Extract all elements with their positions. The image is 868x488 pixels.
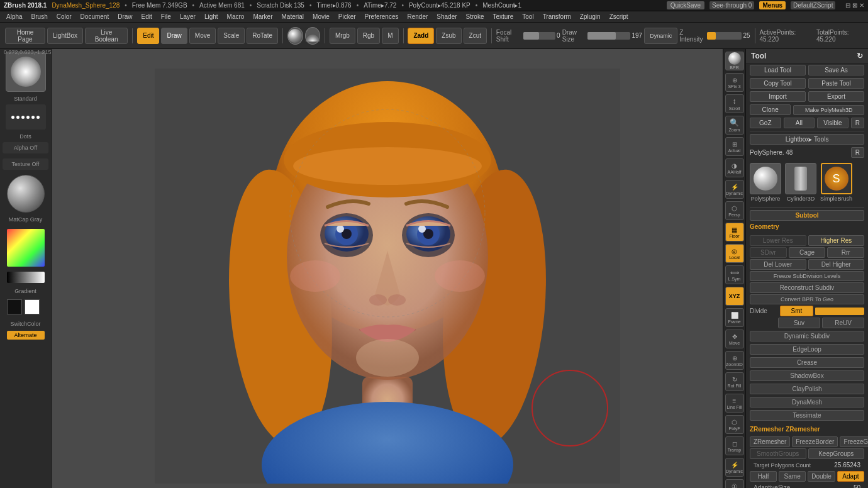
zoom3d-btn[interactable]: ⊕ Zoom3D bbox=[725, 351, 744, 370]
rotfill-btn[interactable]: ↻ Rot Fill bbox=[725, 372, 744, 391]
m-label[interactable]: M bbox=[382, 28, 398, 44]
keep-groups-btn[interactable]: KeepGroups bbox=[808, 448, 865, 459]
alpha-section[interactable]: Alpha Off bbox=[3, 142, 48, 153]
reconstruct-subdiv-btn[interactable]: Reconstruct Subdiv bbox=[750, 282, 864, 293]
draw-size-slider[interactable] bbox=[587, 32, 630, 40]
import-btn[interactable]: Import bbox=[750, 91, 806, 102]
menu-draw[interactable]: Draw bbox=[114, 13, 136, 21]
menu-alpha[interactable]: Alpha bbox=[3, 13, 26, 21]
menu-layer[interactable]: Layer bbox=[176, 13, 199, 21]
all-btn[interactable]: All bbox=[784, 118, 815, 128]
copy-tool-btn[interactable]: Copy Tool bbox=[750, 78, 806, 89]
live-boolean-btn[interactable]: Live Boolean bbox=[85, 28, 128, 44]
higher-res-btn[interactable]: Higher Res bbox=[808, 235, 865, 246]
home-btn[interactable]: Home Page bbox=[5, 28, 45, 44]
local-btn[interactable]: ◎ Local bbox=[725, 244, 744, 263]
tessimate-btn[interactable]: Tessimate bbox=[750, 410, 864, 421]
draw-btn[interactable]: Draw bbox=[161, 28, 187, 44]
menu-tool[interactable]: Tool bbox=[518, 13, 537, 21]
black-color-square[interactable] bbox=[7, 299, 22, 314]
brush-preview[interactable] bbox=[6, 52, 46, 92]
subtool-btn[interactable]: Subtool bbox=[750, 210, 864, 221]
menu-stroke[interactable]: Stroke bbox=[462, 13, 488, 21]
r2-btn[interactable]: R bbox=[851, 147, 864, 158]
menu-zscript[interactable]: Zscript bbox=[606, 13, 632, 21]
reuv-btn[interactable]: ReUV bbox=[822, 318, 864, 328]
sdiv-btn[interactable]: SDivr bbox=[750, 247, 787, 258]
scale-btn[interactable]: Scale bbox=[218, 28, 245, 44]
smt-btn[interactable]: Smt bbox=[780, 306, 813, 316]
aahalf-btn[interactable]: ◑ AAHalf bbox=[725, 158, 744, 177]
linefill-btn[interactable]: ≡ Line Fill bbox=[725, 394, 744, 413]
menu-macro[interactable]: Macro bbox=[223, 13, 248, 21]
matcap-preview[interactable] bbox=[7, 175, 45, 213]
rotate-btn[interactable]: RoTate bbox=[247, 28, 278, 44]
gradient-bar[interactable] bbox=[7, 272, 45, 283]
export-btn[interactable]: Export bbox=[808, 91, 864, 102]
persp-btn[interactable]: ⬡ Persp bbox=[725, 201, 744, 220]
mrgb-label[interactable]: Mrgb bbox=[330, 28, 355, 44]
menu-shader[interactable]: Shader bbox=[433, 13, 460, 21]
freeze-groups-btn[interactable]: FreezeGroups bbox=[840, 436, 868, 447]
crease-btn[interactable]: Crease bbox=[750, 357, 864, 368]
del-higher-btn[interactable]: Del Higher bbox=[808, 259, 865, 270]
suv-btn[interactable]: Suv bbox=[778, 318, 820, 328]
edit-btn[interactable]: Edit bbox=[137, 28, 159, 44]
cylinder3d-thumb[interactable]: Cylinder3D bbox=[785, 163, 816, 202]
actual-btn[interactable]: ⊞ Actual bbox=[725, 137, 744, 156]
white-color-square[interactable] bbox=[25, 299, 40, 314]
menu-movie[interactable]: Movie bbox=[309, 13, 333, 21]
menu-marker[interactable]: Marker bbox=[249, 13, 276, 21]
z-intensity-slider[interactable] bbox=[707, 32, 742, 40]
menu-picker[interactable]: Picker bbox=[335, 13, 360, 21]
menu-zplugin[interactable]: Zplugin bbox=[576, 13, 604, 21]
see-through-btn[interactable]: See-through 0 bbox=[709, 1, 754, 9]
menu-edit[interactable]: Edit bbox=[138, 13, 156, 21]
focal-slider[interactable] bbox=[523, 32, 556, 40]
polyf-btn[interactable]: ⬡ PolyF bbox=[725, 415, 744, 434]
menu-light[interactable]: Light bbox=[201, 13, 222, 21]
alternate-btn[interactable]: Alternate bbox=[7, 331, 45, 340]
menu-render[interactable]: Render bbox=[404, 13, 432, 21]
lightbox-btn[interactable]: LightBox bbox=[47, 28, 83, 44]
quicksave-btn[interactable]: QuickSave bbox=[667, 1, 704, 9]
menu-transform[interactable]: Transform bbox=[539, 13, 575, 21]
dyna-mesh-btn[interactable]: DynaMesh bbox=[750, 397, 864, 408]
divide-slider[interactable] bbox=[815, 308, 864, 315]
load-tool-btn[interactable]: Load Tool bbox=[750, 65, 806, 75]
zcut-btn[interactable]: Zcut bbox=[464, 28, 487, 44]
canvas-area[interactable] bbox=[52, 49, 723, 488]
solo-btn[interactable]: ① Solo bbox=[725, 479, 744, 488]
same-btn[interactable]: Same bbox=[779, 471, 806, 482]
move-btn[interactable]: Move bbox=[189, 28, 216, 44]
texture-section[interactable]: Texture Off bbox=[3, 158, 48, 170]
menu-brush[interactable]: Brush bbox=[28, 13, 52, 21]
clay-polish-btn[interactable]: ClayPolish bbox=[750, 384, 864, 394]
goz-btn[interactable]: GoZ bbox=[750, 118, 781, 128]
menu-file[interactable]: File bbox=[157, 13, 175, 21]
floor-btn[interactable]: ▦ Floor bbox=[725, 223, 744, 241]
color-picker[interactable] bbox=[7, 229, 45, 267]
cage-btn[interactable]: Cage bbox=[789, 247, 826, 258]
dynamic-strip-btn[interactable]: ⚡ Dynamic bbox=[725, 180, 744, 199]
sphere-preview[interactable] bbox=[287, 27, 303, 45]
adapt-btn[interactable]: Adapt bbox=[837, 471, 864, 482]
xyz-btn[interactable]: XYZ bbox=[725, 287, 744, 306]
scroll-btn[interactable]: ↕ Scroll bbox=[725, 94, 744, 113]
freeze-border-btn[interactable]: FreezeBorder bbox=[792, 436, 838, 447]
lower-res-btn[interactable]: Lower Res bbox=[750, 235, 806, 246]
clone-btn[interactable]: Clone bbox=[750, 104, 791, 115]
rgb-label[interactable]: Rgb bbox=[357, 28, 380, 44]
half-btn[interactable]: Half bbox=[750, 471, 777, 482]
rrr-btn[interactable]: Rrr bbox=[827, 247, 864, 258]
window-controls[interactable]: ⊟ ⊠ ✕ bbox=[845, 2, 864, 9]
half-sphere-preview[interactable] bbox=[305, 27, 321, 45]
shadow-box-btn[interactable]: ShadowBox bbox=[750, 370, 864, 381]
dots-preview[interactable] bbox=[6, 104, 46, 130]
polysphere-thumb[interactable]: PolySphere bbox=[750, 163, 781, 202]
spix-btn[interactable]: ⊕ SPix 3 bbox=[725, 73, 744, 92]
move-strip-btn[interactable]: ✥ Move bbox=[725, 330, 744, 348]
menu-preferences[interactable]: Preferences bbox=[361, 13, 403, 21]
dynamic-subdiv-btn[interactable]: Dynamic Subdiv bbox=[750, 331, 864, 341]
tool-collapse-icon[interactable]: ↻ bbox=[857, 52, 863, 60]
